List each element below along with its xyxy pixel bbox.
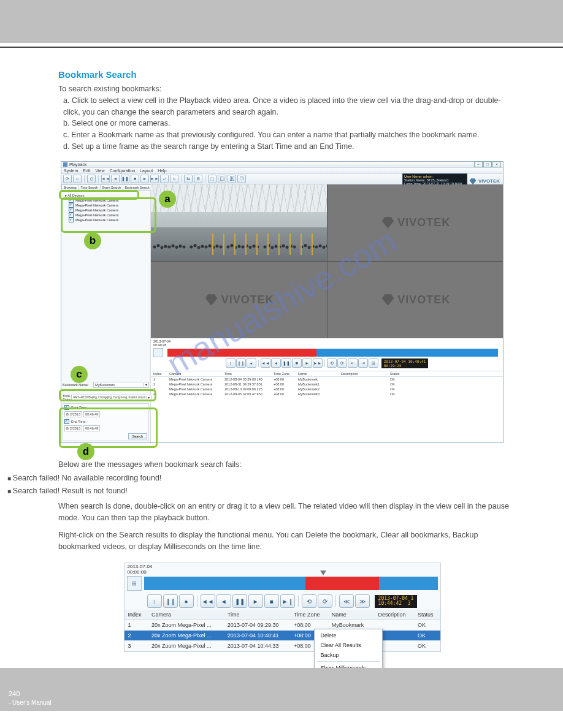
col-index[interactable]: Index <box>153 372 169 376</box>
callout-b: b <box>84 232 101 249</box>
play-btn[interactable]: ⟲ <box>327 358 337 368</box>
menu-layout[interactable]: Layout <box>140 169 153 173</box>
play-btn[interactable]: ◄◄ <box>261 358 270 368</box>
intro-line: To search existing bookmarks: <box>58 83 514 95</box>
toolbar-btn[interactable]: ❚❚ <box>121 175 129 183</box>
play-btn[interactable]: ❙❙ <box>236 358 246 368</box>
view-cell[interactable]: VIVOTEK <box>327 184 504 261</box>
callout-c: c <box>71 366 88 383</box>
view-cell[interactable]: VIVOTEK <box>327 262 504 338</box>
toolbar-btn[interactable]: ◄ <box>111 175 120 183</box>
th-name[interactable]: Name <box>328 610 375 620</box>
ctrl-btn[interactable]: ◄◄ <box>201 594 215 608</box>
result-row[interactable]: 1Mega-Pixel Network Camera2012-08-04 03:… <box>151 377 503 382</box>
toolbar-btn[interactable]: ⇆ <box>184 175 193 183</box>
view-cell-selected[interactable] <box>151 184 327 261</box>
ctrl-btn[interactable]: ⟲ <box>302 594 316 608</box>
min-button[interactable]: – <box>474 161 483 167</box>
th-index[interactable]: Index <box>124 610 148 620</box>
ctrl-btn[interactable]: ► <box>248 594 263 608</box>
result-row[interactable]: 3Mega-Pixel Network Camera2012-08-10 09:… <box>151 387 503 392</box>
toolbar-btn[interactable]: ⚙ <box>194 175 202 183</box>
menu-clearall[interactable]: Clear All Results <box>315 640 382 650</box>
toolbar-btn[interactable]: ⎙ <box>87 175 96 183</box>
toolbar-btn[interactable]: ⬚ <box>208 175 216 183</box>
menu-system[interactable]: System <box>64 169 78 173</box>
th-time[interactable]: Time <box>224 610 290 620</box>
menu-edit[interactable]: Edit <box>83 169 90 173</box>
toolbar-btn[interactable]: ◄◄ <box>101 175 110 183</box>
toolbar-btn[interactable]: ❐ <box>237 175 246 183</box>
menu-delete[interactable]: Delete <box>315 631 382 640</box>
toolbar-btn[interactable]: ⟳ <box>63 175 72 183</box>
ctrl-btn[interactable]: ⟳ <box>318 594 332 608</box>
col-status[interactable]: Status <box>390 372 421 376</box>
toolbar-btn[interactable]: ⤾ <box>160 175 169 183</box>
timeline-track[interactable] <box>167 349 498 357</box>
tab-timesearch[interactable]: Time Search <box>79 184 101 190</box>
toolbar-btn[interactable]: ⿲ <box>228 175 236 183</box>
col-time[interactable]: Time <box>224 372 274 376</box>
play-btn[interactable]: ■ <box>292 358 302 368</box>
timeline-marker[interactable] <box>320 571 326 575</box>
play-btn[interactable]: ◄ <box>271 358 281 368</box>
view-cell[interactable]: VIVOTEK <box>151 262 327 338</box>
toolbar-btn[interactable]: ■ <box>131 175 139 183</box>
th-camera[interactable]: Camera <box>148 610 224 620</box>
play-btn[interactable]: ❚❚ <box>282 358 291 368</box>
ctrl-btn[interactable]: ↕ <box>147 594 162 608</box>
separator <box>335 596 336 607</box>
th-status[interactable]: Status <box>414 610 440 620</box>
play-btn[interactable]: ⇤ <box>348 358 358 368</box>
bookmark-input[interactable]: MyBookmark▾ <box>93 382 149 388</box>
ctrl-btn[interactable]: ►❙ <box>280 594 295 608</box>
table-row-selected[interactable]: 220x Zoom Mega-Pixel ...2013-07-04 10:40… <box>124 631 440 641</box>
play-btn[interactable]: ► <box>302 358 312 368</box>
toolbar-btn[interactable]: ⤿ <box>170 175 178 183</box>
play-btn[interactable]: ● <box>247 358 256 368</box>
callout-box-d <box>59 408 158 448</box>
play-btn[interactable]: ⇥ <box>358 358 368 368</box>
tab-browsing[interactable]: Browsing <box>61 184 79 190</box>
result-row[interactable]: 2Mega-Pixel Network Camera2012-08-31 09:… <box>151 382 503 387</box>
col-tz[interactable]: Time Zone <box>274 372 298 376</box>
intro-b: b. Select one or more cameras. <box>58 118 514 129</box>
play-btn[interactable]: ⊞ <box>369 358 378 368</box>
table-row[interactable]: 120x Zoom Mega-Pixel ...2013-07-04 09:29… <box>124 620 440 631</box>
menu-config[interactable]: Configuration <box>109 169 135 173</box>
ctrl-btn[interactable]: ❙❙ <box>163 594 178 608</box>
menu-view[interactable]: View <box>95 169 104 173</box>
table-row[interactable]: 320x Zoom Mega-Pixel ...2013-07-04 10:44… <box>124 641 440 651</box>
max-button[interactable]: □ <box>483 161 492 167</box>
col-desc[interactable]: Description <box>341 372 390 376</box>
toolbar-btn[interactable]: ⿴ <box>218 175 226 183</box>
tab-bookmarksearch[interactable]: Bookmark Search <box>123 184 152 190</box>
tab-eventsearch[interactable]: Event Search <box>100 184 123 190</box>
th-tz[interactable]: Time Zone <box>290 610 328 620</box>
timeline-toggle-icon[interactable] <box>153 348 163 357</box>
menu-backup[interactable]: Backup <box>315 650 382 660</box>
ctrl-btn[interactable]: ≫ <box>355 594 370 608</box>
timeline-track[interactable] <box>144 577 438 590</box>
menu-help[interactable]: Help <box>158 169 166 173</box>
toolbar-btn[interactable]: ⌂ <box>73 175 82 183</box>
ctrl-btn[interactable]: ❚❚ <box>232 594 247 608</box>
ctrl-btn[interactable]: ◄ <box>216 594 231 608</box>
play-btn[interactable]: ►► <box>313 358 323 368</box>
toolbar-btn[interactable]: ►► <box>150 175 159 183</box>
header-bar <box>0 0 563 43</box>
result-row[interactable]: 4Mega-Pixel Network Camera2012-08-05 02:… <box>151 392 503 396</box>
play-btn[interactable]: ⟳ <box>337 358 347 368</box>
close-button[interactable]: × <box>492 161 501 167</box>
play-btn[interactable]: ↕ <box>226 358 236 368</box>
timeline-icon[interactable]: ⊞ <box>127 576 142 591</box>
dropdown-icon[interactable]: ▾ <box>144 383 147 387</box>
playback-clock: 2013-07-04 10:40:41 00:29:25 <box>381 358 429 368</box>
ctrl-btn[interactable]: ● <box>179 594 194 608</box>
ctrl-btn[interactable]: ≪ <box>339 594 354 608</box>
col-camera[interactable]: Camera <box>169 372 224 376</box>
toolbar-btn[interactable]: ► <box>140 175 149 183</box>
ctrl-btn[interactable]: ■ <box>264 594 279 608</box>
th-desc[interactable]: Description <box>375 610 414 620</box>
col-name[interactable]: Name <box>298 372 341 376</box>
